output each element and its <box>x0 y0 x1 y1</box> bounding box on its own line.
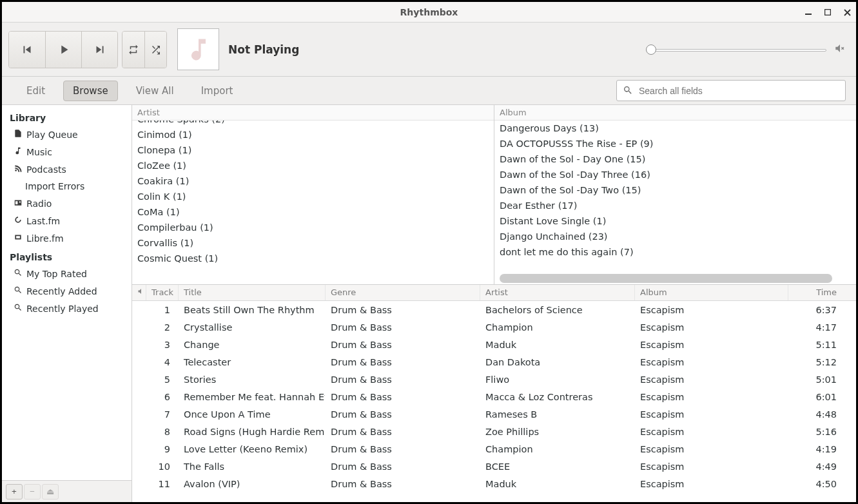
playback-controls <box>8 31 118 68</box>
speaker-muted-icon[interactable] <box>834 43 846 56</box>
list-item[interactable]: Clonepa (1) <box>132 142 494 158</box>
browse-button[interactable]: Browse <box>63 81 118 101</box>
sidebar-item-import-errors[interactable]: Import Errors <box>2 178 132 195</box>
previous-button[interactable] <box>9 32 45 68</box>
next-button[interactable] <box>81 32 117 68</box>
sidebar-item-label: Recently Added <box>26 286 97 296</box>
mode-controls <box>122 31 167 68</box>
sidebar-item-label: Recently Played <box>26 304 99 314</box>
sidebar-item-label: Play Queue <box>26 130 78 140</box>
sidebar-item-label: Music <box>26 147 52 157</box>
edit-button[interactable]: Edit <box>17 81 54 101</box>
librefm-icon <box>14 233 23 244</box>
table-row[interactable]: 5StoriesDrum & BassFliwoEscapism5:01 <box>132 371 856 388</box>
sidebar-item-play-queue[interactable]: Play Queue <box>2 126 132 143</box>
album-art <box>177 28 219 70</box>
table-row[interactable]: 2CrystalliseDrum & BassChampionEscapism4… <box>132 318 856 336</box>
list-item[interactable]: Dangerous Days (13) <box>494 121 856 136</box>
lastfm-icon <box>14 215 23 226</box>
table-row[interactable]: 6Remember Me feat. Hannah EveDrum & Bass… <box>132 388 856 405</box>
list-item[interactable]: Dawn of the Sol -Day Two (15) <box>494 182 856 198</box>
close-button[interactable] <box>842 7 852 17</box>
shuffle-button[interactable] <box>144 32 166 68</box>
col-title[interactable]: Title <box>179 285 326 300</box>
list-item[interactable]: Coakira (1) <box>132 173 494 189</box>
col-time[interactable]: Time <box>788 285 856 300</box>
list-item[interactable]: Django Unchained (23) <box>494 229 856 244</box>
playlist-remove-button[interactable]: − <box>24 484 41 499</box>
sidebar-footer: + − ⏏ <box>2 480 132 502</box>
album-browser: Album Dangerous Days (13)DA OCTOPUSSS Th… <box>494 105 856 284</box>
maximize-button[interactable] <box>823 7 833 17</box>
list-item[interactable]: Dear Esther (17) <box>494 198 856 213</box>
list-item[interactable]: Cinimod (1) <box>132 127 494 142</box>
sidebar-item-label: Last.fm <box>26 216 60 226</box>
list-item[interactable]: DA OCTOPUSSS The Rise - EP (9) <box>494 136 856 151</box>
col-genre[interactable]: Genre <box>326 285 480 300</box>
table-row[interactable]: 9Love Letter (Keeno Remix)Drum & BassCha… <box>132 440 856 458</box>
col-album[interactable]: Album <box>635 285 788 300</box>
import-button[interactable]: Import <box>192 81 242 101</box>
track-table-header: Track Title Genre Artist Album Time <box>132 284 856 301</box>
view-all-button[interactable]: View All <box>127 81 183 101</box>
sidebar-item-recently-played[interactable]: Recently Played <box>2 300 132 317</box>
sidebar-item-label: My Top Rated <box>26 269 87 279</box>
sidebar-item-my-top-rated[interactable]: My Top Rated <box>2 265 132 282</box>
sidebar-item-libre-fm[interactable]: Libre.fm <box>2 229 132 247</box>
sidebar-item-label: Radio <box>26 199 52 209</box>
table-row[interactable]: 8Road Signs (Hugh Hardie Remix)Drum & Ba… <box>132 423 856 440</box>
sidebar-item-label: Podcasts <box>26 164 66 175</box>
album-browser-hscroll[interactable] <box>500 274 832 283</box>
artist-browser: Artist Chrome Sparks (2)Cinimod (1)Clone… <box>132 105 494 284</box>
play-button[interactable] <box>45 32 81 68</box>
artist-browser-header: Artist <box>132 105 494 121</box>
col-indicator[interactable] <box>132 285 146 300</box>
volume-slider[interactable] <box>646 44 826 55</box>
radio-icon <box>14 198 23 209</box>
list-item[interactable]: Distant Love Single (1) <box>494 213 856 229</box>
list-item[interactable]: dont let me do this again (7) <box>494 244 856 260</box>
sidebar-item-label: Libre.fm <box>26 233 64 244</box>
table-row[interactable]: 11Avalon (VIP)Drum & BassMadukEscapism4:… <box>132 475 856 492</box>
table-row[interactable]: 3ChangeDrum & BassMadukEscapism5:11 <box>132 336 856 353</box>
sidebar-item-podcasts[interactable]: Podcasts <box>2 160 132 178</box>
table-row[interactable]: 10The FallsDrum & BassBCEEEscapism4:49 <box>132 458 856 475</box>
minimize-button[interactable] <box>803 7 814 17</box>
list-item[interactable]: Colin K (1) <box>132 189 494 204</box>
doc-icon <box>14 129 23 140</box>
playlist-add-button[interactable]: + <box>6 484 23 499</box>
now-playing-label: Not Playing <box>228 43 299 56</box>
table-row[interactable]: 7Once Upon A TimeDrum & BassRameses BEsc… <box>132 405 856 423</box>
col-artist[interactable]: Artist <box>480 285 635 300</box>
sidebar-header-playlists: Playlists <box>2 247 132 265</box>
music-icon <box>14 146 23 157</box>
mag-icon <box>14 303 23 314</box>
sidebar-item-music[interactable]: Music <box>2 143 132 160</box>
list-item[interactable]: Compilerbau (1) <box>132 220 494 235</box>
table-row[interactable]: 4TelecasterDrum & BassDan DakotaEscapism… <box>132 353 856 371</box>
list-item[interactable]: Dawn of the Sol - Day One (15) <box>494 151 856 167</box>
repeat-button[interactable] <box>122 32 144 68</box>
list-item[interactable]: Corvallis (1) <box>132 235 494 251</box>
sidebar-item-recently-added[interactable]: Recently Added <box>2 282 132 300</box>
list-item[interactable]: Cosmic Quest (1) <box>132 251 494 266</box>
playlist-eject-button[interactable]: ⏏ <box>42 484 59 499</box>
list-item[interactable]: CoMa (1) <box>132 204 494 220</box>
search-icon <box>623 85 633 97</box>
col-track[interactable]: Track <box>146 285 179 300</box>
titlebar: Rhythmbox <box>2 2 856 23</box>
mag-icon <box>14 286 23 296</box>
sidebar-item-last-fm[interactable]: Last.fm <box>2 212 132 229</box>
list-item[interactable]: Dawn of the Sol -Day Three (16) <box>494 167 856 182</box>
table-row[interactable]: 1Beats Still Own The RhythmDrum & BassBa… <box>132 301 856 318</box>
svg-rect-1 <box>825 10 831 15</box>
main-toolbar: Not Playing <box>2 23 856 77</box>
list-item[interactable]: Chrome Sparks (2) <box>132 121 494 127</box>
sidebar: Library Play QueueMusicPodcastsImport Er… <box>2 105 132 502</box>
rss-icon <box>14 164 23 175</box>
search-input[interactable] <box>616 80 846 101</box>
sidebar-header-library: Library <box>2 108 132 126</box>
list-item[interactable]: CloZee (1) <box>132 158 494 173</box>
sidebar-item-radio[interactable]: Radio <box>2 195 132 212</box>
track-table: Track Title Genre Artist Album Time 1Bea… <box>132 284 856 502</box>
